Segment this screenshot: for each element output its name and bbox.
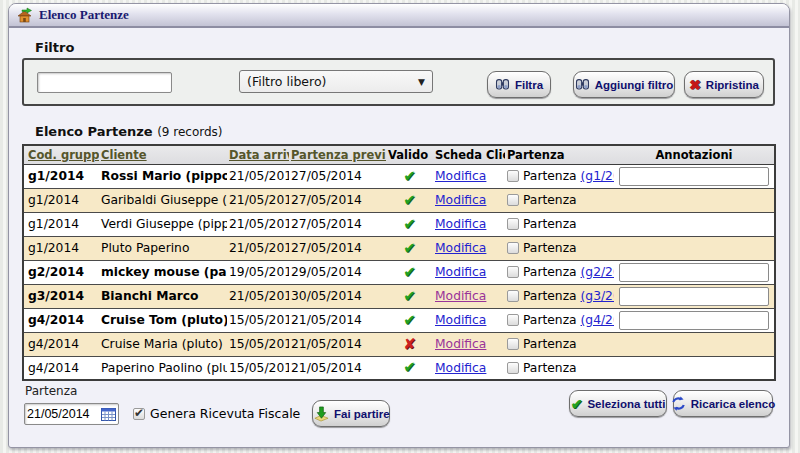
partenza-checkbox[interactable]	[507, 290, 519, 302]
window-title: Elenco Partenze	[39, 7, 129, 23]
group-link[interactable]: (g1/2014)	[581, 169, 614, 183]
annotazioni-input[interactable]	[619, 311, 769, 330]
cell-data-arrivo: 21/05/2014	[227, 164, 289, 188]
sort-partenza-prevista-link[interactable]: Partenza prevista	[291, 148, 386, 162]
partenza-row-label: Partenza	[523, 265, 577, 279]
cell-partenza-prevista: 30/05/2014	[289, 284, 386, 308]
group-link[interactable]: (g4/2014)	[581, 313, 614, 327]
genera-ricevuta-checkbox[interactable]	[133, 408, 145, 420]
partenza-checkbox[interactable]	[507, 242, 519, 254]
cell-cliente: Rossi Mario (pippo)	[99, 164, 227, 188]
partenza-checkbox[interactable]	[507, 170, 519, 182]
cell-scheda-cliente: Modifica	[433, 212, 505, 236]
cell-partenza-prevista: 27/05/2014	[289, 236, 386, 260]
partenza-checkbox[interactable]	[507, 314, 519, 326]
col-header-cod-gruppo: Cod. gruppo	[23, 145, 99, 164]
modifica-link[interactable]: Modifica	[435, 289, 486, 303]
cell-cod-gruppo: g3/2014	[23, 284, 99, 308]
fai-partire-button[interactable]: Fai partire	[312, 400, 390, 427]
cell-annotazioni	[614, 332, 775, 356]
aggiungi-filtro-button[interactable]: Aggiungi filtro	[573, 71, 675, 98]
col-header-scheda-cliente: Scheda Cliente	[433, 145, 505, 164]
cell-partenza-prevista: 29/05/2014	[289, 260, 386, 284]
cell-cod-gruppo: g4/2014	[23, 308, 99, 332]
modifica-link[interactable]: Modifica	[435, 361, 486, 375]
modifica-link[interactable]: Modifica	[435, 193, 486, 207]
red-x-icon: ✖	[689, 78, 701, 92]
partenza-checkbox[interactable]	[507, 266, 519, 278]
filtra-button-label: Filtra	[515, 79, 543, 91]
departure-home-icon	[17, 7, 33, 23]
cell-valido: ✔	[386, 188, 433, 212]
partenza-checkbox[interactable]	[507, 362, 519, 374]
cell-cliente: Paperino Paolino (pluto)	[99, 356, 227, 380]
partenza-checkbox[interactable]	[507, 338, 519, 350]
sort-data-arrivo-link[interactable]: Data arrivo	[229, 148, 289, 162]
cell-partenza: Partenza (g2/2014)	[505, 260, 614, 284]
filter-panel: (Filtro libero) ▼ Filtra	[22, 58, 775, 106]
partenza-row-label: Partenza	[523, 289, 577, 303]
cell-data-arrivo: 15/05/2014	[227, 332, 289, 356]
cell-annotazioni	[614, 284, 775, 308]
modifica-link[interactable]: Modifica	[435, 313, 486, 327]
modifica-link[interactable]: Modifica	[435, 217, 486, 231]
cell-valido: ✔	[386, 284, 433, 308]
page-background: { "window": { "title": "Elenco Partenze"…	[0, 0, 800, 453]
cell-cod-gruppo: g2/2014	[23, 260, 99, 284]
cell-valido: ✘	[386, 332, 433, 356]
cell-partenza: Partenza (g4/2014)	[505, 308, 614, 332]
table-row: g2/2014 mickey mouse (paperino) 19/05/20…	[23, 260, 775, 284]
valid-status-icon: ✔	[403, 167, 416, 185]
annotazioni-input[interactable]	[619, 263, 769, 282]
cell-cod-gruppo: g4/2014	[23, 332, 99, 356]
partenza-row-label: Partenza	[523, 337, 577, 351]
refresh-icon	[671, 396, 686, 411]
group-link[interactable]: (g3/2014)	[581, 289, 614, 303]
aggiungi-filtro-button-label: Aggiungi filtro	[595, 79, 674, 91]
cell-valido: ✔	[386, 236, 433, 260]
cell-scheda-cliente: Modifica	[433, 260, 505, 284]
col-header-annotazioni: Annotazioni	[614, 145, 775, 164]
cell-partenza: Partenza	[505, 356, 614, 380]
cell-annotazioni	[614, 260, 775, 284]
chevron-down-icon: ▼	[418, 77, 425, 87]
cell-cod-gruppo: g1/2014	[23, 164, 99, 188]
cell-partenza: Partenza	[505, 188, 614, 212]
sort-cliente-link[interactable]: Cliente	[101, 148, 147, 162]
col-header-valido: Valido	[386, 145, 433, 164]
filter-type-select[interactable]: (Filtro libero) ▼	[239, 70, 433, 93]
cell-annotazioni	[614, 308, 775, 332]
departure-date-input[interactable]	[25, 407, 99, 421]
modifica-link[interactable]: Modifica	[435, 169, 486, 183]
filter-text-input[interactable]	[37, 72, 172, 93]
cell-data-arrivo: 21/05/2014	[227, 236, 289, 260]
cell-partenza-prevista: 21/05/2014	[289, 356, 386, 380]
ripristina-button[interactable]: ✖ Ripristina	[684, 71, 764, 98]
modifica-link[interactable]: Modifica	[435, 337, 486, 351]
cell-cod-gruppo: g1/2014	[23, 212, 99, 236]
seleziona-tutti-button[interactable]: ✔ Seleziona tutti	[569, 390, 667, 417]
group-link[interactable]: (g2/2014)	[581, 265, 614, 279]
binoculars-icon	[575, 78, 590, 91]
cell-scheda-cliente: Modifica	[433, 332, 505, 356]
modifica-link[interactable]: Modifica	[435, 241, 486, 255]
sort-cod-gruppo-link[interactable]: Cod. gruppo	[28, 148, 99, 162]
annotazioni-input[interactable]	[619, 167, 769, 186]
ricarica-elenco-button[interactable]: Ricarica elenco	[673, 390, 773, 417]
cell-cliente: mickey mouse (paperino)	[99, 260, 227, 284]
cell-cod-gruppo: g1/2014	[23, 188, 99, 212]
partenza-checkbox[interactable]	[507, 194, 519, 206]
valid-status-icon: ✔	[403, 239, 416, 257]
partenza-checkbox[interactable]	[507, 218, 519, 230]
cell-annotazioni	[614, 236, 775, 260]
calendar-icon[interactable]	[99, 405, 117, 423]
annotazioni-input[interactable]	[619, 287, 769, 306]
cell-cliente: Cruise Maria (pluto)	[99, 332, 227, 356]
cell-annotazioni	[614, 212, 775, 236]
filtra-button[interactable]: Filtra	[487, 71, 551, 98]
cell-valido: ✔	[386, 356, 433, 380]
modifica-link[interactable]: Modifica	[435, 265, 486, 279]
depart-arrow-icon	[313, 406, 329, 422]
valid-status-icon: ✔	[403, 215, 416, 233]
cell-cod-gruppo: g1/2014	[23, 236, 99, 260]
